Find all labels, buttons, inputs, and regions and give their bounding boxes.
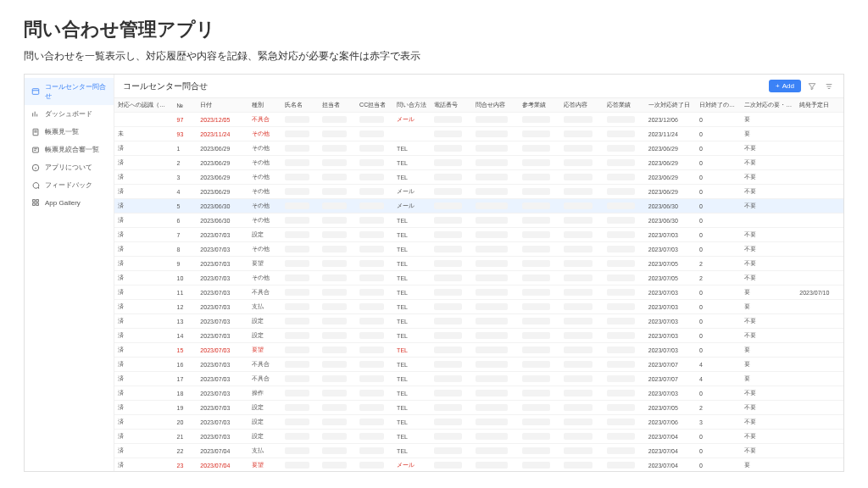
masked-content — [564, 447, 593, 454]
sidebar-item-4[interactable]: アプリについて — [25, 158, 114, 176]
cell: 要望 — [248, 458, 281, 472]
column-header[interactable]: 一次対応終了日 — [645, 98, 696, 113]
cell: 不要 — [741, 329, 796, 343]
sidebar-item-6[interactable]: App Gallery — [25, 194, 114, 211]
masked-content — [434, 231, 462, 238]
sidebar-item-0[interactable]: コールセンター問合せ — [25, 78, 114, 105]
table-row[interactable]: 未932023/11/24その他2023/11/240要 — [114, 127, 843, 141]
cell: 0 — [696, 156, 741, 170]
column-header[interactable]: 応答業績 — [604, 98, 645, 113]
table-row[interactable]: 済212023/07/03設定TEL2023/07/040不要 — [114, 430, 843, 444]
masked-content — [359, 390, 384, 396]
table-row[interactable]: 済102023/07/03その他TEL2023/07/052不要 — [114, 271, 843, 286]
column-header[interactable]: 種別 — [248, 98, 281, 113]
cell — [281, 185, 319, 199]
masked-content — [359, 130, 384, 137]
masked-content — [285, 289, 309, 296]
table-row[interactable]: 済32023/06/29その他TEL2023/06/290不要 — [114, 170, 843, 185]
cell — [472, 286, 520, 300]
sidebar-item-2[interactable]: 帳票見一覧 — [25, 123, 114, 141]
table-row[interactable]: 済192023/07/03設定TEL2023/07/052不要 — [114, 401, 843, 415]
cell: メール — [393, 185, 431, 199]
column-header[interactable]: № — [174, 98, 198, 113]
cell: 0 — [696, 228, 741, 242]
table-row[interactable]: 済72023/07/03設定TEL2023/07/030不要 — [114, 228, 843, 242]
table-row[interactable]: 済92023/07/03要望TEL2023/07/052不要 — [114, 257, 843, 271]
cell — [472, 141, 520, 156]
table-row[interactable]: 済12023/06/29その他TEL2023/06/290不要 — [114, 141, 843, 156]
column-header[interactable]: 対応への認識（未… — [114, 98, 174, 113]
column-header[interactable]: 問い合方法 — [393, 98, 431, 113]
cell — [431, 415, 472, 430]
table-row[interactable]: 済162023/07/03不具合TEL2023/07/074要 — [114, 358, 843, 372]
masked-content — [322, 274, 347, 281]
settings-icon[interactable] — [823, 80, 835, 92]
table-row[interactable]: 済112023/07/03不具合TEL2023/07/030要2023/07/1… — [114, 286, 843, 300]
column-header[interactable]: 応答内容 — [560, 98, 604, 113]
sidebar: コールセンター問合せダッシュボード帳票見一覧帳票見絞合審一覧アプリについてフィー… — [25, 75, 114, 471]
add-button[interactable]: + Add — [769, 80, 801, 92]
masked-content — [434, 130, 462, 137]
table-row[interactable]: 済172023/07/03不具合TEL2023/07/074要 — [114, 372, 843, 386]
cell: 不要 — [741, 430, 796, 444]
table-row[interactable]: 済122023/07/03支払TEL2023/07/030要 — [114, 300, 843, 314]
cell: TEL — [393, 300, 431, 314]
cell: 不具合 — [248, 113, 281, 127]
column-header[interactable]: 参考業績 — [519, 98, 560, 113]
masked-content — [476, 202, 508, 209]
table-row[interactable]: 済152023/07/03要望TEL2023/07/030要 — [114, 343, 843, 358]
masked-content — [564, 390, 593, 396]
cell — [319, 444, 356, 458]
cell — [319, 415, 356, 430]
cell — [604, 458, 645, 472]
table-row[interactable]: 済82023/07/03その他TEL2023/07/030不要 — [114, 242, 843, 257]
sidebar-item-3[interactable]: 帳票見絞合審一覧 — [25, 141, 114, 158]
table-row[interactable]: 済232023/07/04要望メール2023/07/040要 — [114, 458, 843, 472]
cell: 14 — [174, 329, 198, 343]
table-row[interactable]: 済132023/07/03設定TEL2023/07/030不要 — [114, 314, 843, 329]
cell — [319, 401, 356, 415]
cell — [519, 286, 560, 300]
table-row[interactable]: 済22023/06/29その他TEL2023/06/290不要 — [114, 156, 843, 170]
column-header[interactable]: 問合せ内容 — [472, 98, 520, 113]
cell — [560, 156, 604, 170]
masked-content — [285, 433, 309, 440]
column-header[interactable]: 二次対応の要・不… — [741, 98, 796, 113]
masked-content — [522, 447, 550, 454]
masked-content — [285, 419, 309, 425]
column-header[interactable]: 氏名名 — [281, 98, 319, 113]
masked-content — [607, 318, 635, 324]
cell — [604, 214, 645, 228]
table-row[interactable]: 済182023/07/03操作TEL2023/07/030不要 — [114, 386, 843, 401]
masked-content — [522, 130, 550, 137]
table-row[interactable]: 済52023/06/30その他メール2023/06/300不要 — [114, 199, 843, 214]
sidebar-item-1[interactable]: ダッシュボード — [25, 105, 114, 123]
filter-icon[interactable] — [806, 80, 818, 92]
masked-content — [322, 419, 347, 425]
cell: TEL — [393, 401, 431, 415]
column-header[interactable]: CC担当者 — [356, 98, 393, 113]
column-header[interactable]: 日付 — [197, 98, 248, 113]
table-row[interactable]: 済62023/06/30その他TEL2023/06/300 — [114, 214, 843, 228]
cell: TEL — [393, 430, 431, 444]
masked-content — [434, 447, 462, 454]
table-container: 対応への認識（未…№日付種別氏名名担当者CC担当者問い合方法電話番号問合せ内容参… — [114, 98, 843, 471]
column-header[interactable]: 純発予定日 — [796, 98, 843, 113]
column-header[interactable]: 日対終了の日数 — [696, 98, 741, 113]
column-header[interactable]: 担当者 — [319, 98, 356, 113]
cell — [472, 300, 520, 314]
table-row[interactable]: 972023/12/05不具合メール2023/12/060要 — [114, 113, 843, 127]
cell — [796, 343, 843, 358]
column-header[interactable]: 電話番号 — [431, 98, 472, 113]
cell: 10 — [174, 271, 198, 286]
table-row[interactable]: 済42023/06/29その他メール2023/06/290不要 — [114, 185, 843, 199]
cell — [319, 372, 356, 386]
table-row[interactable]: 済222023/07/04支払TEL2023/07/040不要 — [114, 444, 843, 458]
cell: 済 — [114, 242, 174, 257]
table-row[interactable]: 済142023/07/03設定TEL2023/07/030不要 — [114, 329, 843, 343]
table-row[interactable]: 済202023/07/03設定TEL2023/07/063不要 — [114, 415, 843, 430]
sidebar-item-5[interactable]: フィードバック — [25, 176, 114, 194]
masked-content — [476, 347, 508, 353]
cell: 2023/06/29 — [197, 141, 248, 156]
cell — [560, 401, 604, 415]
